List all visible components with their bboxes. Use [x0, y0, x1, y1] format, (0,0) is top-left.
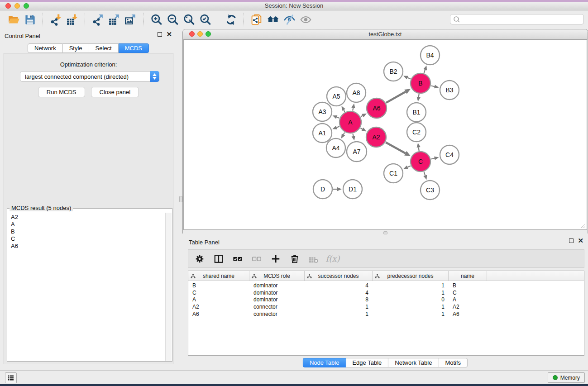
add-icon[interactable]: [270, 253, 282, 265]
mcds-result-list: A2ABCA6: [8, 213, 165, 361]
zoom-fit-icon[interactable]: [181, 12, 197, 28]
status-bar: Memory: [0, 370, 588, 384]
mcds-result-item[interactable]: C: [11, 235, 165, 243]
home-icon[interactable]: [265, 12, 281, 28]
panel-divider-handle[interactable]: [179, 196, 182, 202]
cell: 1: [373, 282, 449, 289]
tab-motifs[interactable]: Motifs: [439, 358, 468, 367]
column-header-predecessor-nodes[interactable]: predecessor nodes: [373, 271, 449, 281]
close-panel-icon[interactable]: ✕: [166, 32, 172, 37]
graph-node-label: B3: [445, 86, 453, 94]
refresh-icon[interactable]: [223, 12, 239, 28]
gear-icon[interactable]: [194, 253, 206, 265]
control-panel-tabs: NetworkStyleSelectMCDS: [28, 43, 149, 53]
cell: 0: [373, 296, 449, 303]
float-panel-icon[interactable]: [158, 32, 162, 37]
graph-node-label: D: [320, 186, 325, 193]
list-icon: [7, 374, 14, 381]
toolbar-separator: [43, 13, 43, 27]
mcds-result-item[interactable]: A2: [11, 214, 165, 221]
cell: A6: [188, 311, 249, 317]
cell: B: [449, 282, 487, 289]
open-folder-icon[interactable]: [5, 12, 22, 28]
table-row[interactable]: A2connector11A2: [188, 303, 584, 310]
desktop-background-bottom: [0, 384, 588, 386]
save-icon[interactable]: [22, 12, 38, 28]
tab-mcds[interactable]: MCDS: [119, 43, 149, 53]
cell: A: [449, 296, 487, 303]
cell: C: [188, 290, 249, 296]
network-canvas[interactable]: B4B2BB3A8A5A6B1A3AA1C2A2A4A7C4CC1C3DD1: [183, 39, 587, 230]
hide-eye-icon[interactable]: [281, 12, 297, 28]
cell: B: [188, 282, 249, 289]
copy-network-icon[interactable]: [249, 12, 265, 28]
close-panel-button[interactable]: Close panel: [91, 87, 139, 97]
mcds-result-item[interactable]: A: [11, 221, 165, 228]
split-divider-handle[interactable]: [383, 231, 387, 234]
graph-node-label: A8: [352, 89, 360, 96]
table-row[interactable]: Adominator80A: [188, 296, 584, 304]
search-input[interactable]: [461, 15, 583, 24]
import-table-icon[interactable]: [64, 12, 80, 28]
float-table-panel-icon[interactable]: [569, 238, 574, 243]
graph-node-label: A: [348, 119, 353, 126]
zoom-selected-icon[interactable]: [197, 12, 213, 28]
graph-node-label: C2: [412, 129, 421, 136]
resize-grip-icon[interactable]: [580, 223, 586, 229]
tab-edge-table[interactable]: Edge Table: [346, 358, 388, 367]
zoom-out-icon[interactable]: [164, 12, 181, 28]
table-row[interactable]: A6connector11A6: [188, 310, 584, 318]
memory-button[interactable]: Memory: [548, 372, 585, 383]
export-network-icon[interactable]: [90, 12, 106, 28]
graph-node-label: A1: [318, 129, 326, 137]
mcds-result-item[interactable]: B: [11, 228, 165, 235]
table-panel: Table Panel ✕ f(x) shared nameMCDS roles…: [182, 235, 588, 369]
close-table-panel-icon[interactable]: ✕: [578, 238, 583, 243]
graph-node-label: B1: [412, 109, 420, 116]
cell: A2: [188, 304, 249, 310]
deselect-all-icon[interactable]: [251, 253, 263, 265]
export-table-icon[interactable]: [106, 12, 122, 28]
trash-icon[interactable]: [289, 253, 301, 265]
cell: 8: [305, 296, 373, 303]
column-header-mcds-role[interactable]: MCDS role: [249, 271, 305, 281]
select-all-icon[interactable]: [232, 253, 244, 265]
search-icon: [453, 15, 461, 24]
table-header-row: shared nameMCDS rolesuccessor nodesprede…: [188, 271, 584, 281]
eye-icon[interactable]: [297, 12, 314, 28]
split-columns-icon[interactable]: [213, 253, 225, 265]
tab-node-table[interactable]: Node Table: [303, 358, 346, 367]
column-header-shared-name[interactable]: shared name: [188, 271, 249, 281]
mcds-tab-content: Optimization criterion: largest connecte…: [4, 53, 173, 364]
table-row[interactable]: Bdominator41B: [188, 282, 584, 289]
graph-node-label: A7: [353, 148, 360, 155]
tab-select[interactable]: Select: [89, 43, 119, 53]
mcds-result-item[interactable]: A6: [11, 243, 165, 250]
cell: A2: [449, 304, 487, 310]
column-header-successor-nodes[interactable]: successor nodes: [305, 271, 373, 281]
toolbar-separator: [143, 13, 143, 27]
cell: 1: [373, 304, 449, 310]
network-window-titlebar[interactable]: testGlobe.txt: [183, 29, 588, 39]
tab-network-table[interactable]: Network Table: [388, 358, 439, 367]
search-field[interactable]: [450, 14, 584, 24]
task-history-button[interactable]: [5, 372, 17, 383]
export-image-icon[interactable]: [122, 12, 139, 28]
mcds-list-scrollbar[interactable]: [165, 213, 172, 361]
mcds-result-groupbox: MCDS result (5 nodes) A2ABCA6: [7, 208, 172, 362]
tab-network[interactable]: Network: [28, 43, 63, 53]
cell: connector: [249, 311, 305, 317]
criterion-dropdown[interactable]: largest connected component (directed): [20, 71, 159, 82]
graph-node-label: A6: [373, 105, 380, 112]
run-mcds-button[interactable]: Run MCDS: [38, 87, 85, 97]
cell: 1: [305, 311, 373, 317]
tab-style[interactable]: Style: [63, 43, 89, 53]
column-header-name[interactable]: name: [449, 271, 487, 281]
import-network-icon[interactable]: [48, 12, 64, 28]
window-title: Session: New Session: [0, 2, 588, 9]
graph-node-label: A2: [372, 133, 380, 141]
table-row[interactable]: Cdominator41C: [188, 289, 584, 296]
cell: C: [449, 290, 487, 296]
graph-node-label: C: [418, 158, 423, 165]
zoom-in-icon[interactable]: [148, 12, 164, 28]
